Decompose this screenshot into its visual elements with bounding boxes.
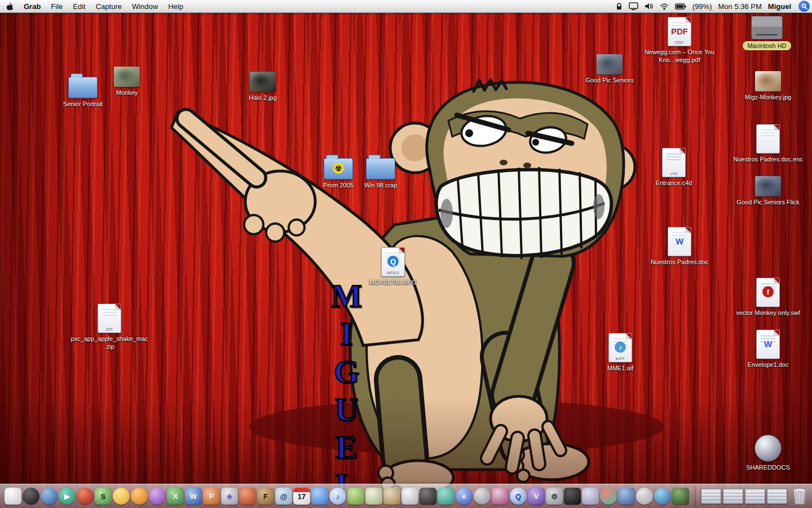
battery-icon[interactable] [675,3,686,10]
menu-item-file[interactable]: File [51,2,63,11]
dock-item-stuffit[interactable]: S [95,488,112,505]
file-badge: W [676,237,683,246]
menu-bar: Grab FileEditCaptureWindowHelp (99%) Mon… [0,0,812,13]
menu-item-capture[interactable]: Capture [96,2,122,11]
dock-item-quicktime[interactable]: Q [510,488,527,505]
dock-item-sherlock[interactable] [654,488,671,505]
network-icon [754,435,782,462]
icon-label: Entrance.c4d [656,179,692,187]
dock-item-flower-app[interactable] [149,488,166,505]
menu-clock[interactable]: Mon 5:36 PM [718,2,762,11]
desktop-icon-win-98-crap[interactable]: Win 98 crap [341,154,420,189]
fast-user-switch-menu[interactable]: Miguel [768,2,791,11]
minimized-window-1[interactable] [701,488,721,504]
dock-item-terminal[interactable] [564,488,581,505]
image-icon [250,72,276,92]
menu-list: FileEditCaptureWindowHelp [51,2,183,11]
desktop-icon-pxc-app-apple-shake-zip[interactable]: ZIPpxc_app_apple_shake_mac.zip [70,304,149,351]
dock-item-system-preferences[interactable]: ⚙ [546,488,563,505]
apple-icon [6,2,14,11]
dock-item-disk-utility[interactable] [474,488,491,505]
icon-label: Newegg.com – Once You Kno...wegg.pdf [641,48,718,64]
menu-item-window[interactable]: Window [132,2,158,11]
dock-item-iphoto[interactable] [365,488,382,505]
desktop-icon-newegg-pdf[interactable]: PDFPDFNewegg.com – Once You Kno...wegg.p… [640,17,719,64]
desktop-icon-vector-monkey-swf[interactable]: fvector Monkey only.swf [729,278,807,317]
icon-label: Halo 2.jpg [249,94,277,102]
dock-item-imovie-star[interactable]: ★ [221,488,238,505]
font-book-glyph: F [263,493,268,500]
wifi-icon[interactable] [660,3,669,10]
dock-item-appleworks[interactable] [5,488,21,505]
dock-item-ical[interactable]: 17 [293,488,310,505]
dock-minimized-windows [701,488,787,504]
dock-item-aim[interactable] [131,488,148,505]
dock-item-smiley-app[interactable] [113,488,130,505]
desktop-icon-envelope1-doc[interactable]: WEnvelope1.doc [729,330,807,369]
file-badge: f [762,286,774,297]
dock-item-quicktime-tv[interactable]: ▶ [59,488,76,505]
spotlight-icon[interactable] [798,1,810,12]
dock-item-internet-globe[interactable] [41,488,58,505]
folder-icon [366,158,395,179]
icon-label: SHAREDDOCS [746,463,790,471]
desktop-icon-mme1-aif[interactable]: ♪AIFFMME1.aif [581,333,660,372]
volume-icon[interactable] [645,2,654,10]
minimized-window-4[interactable] [767,488,787,504]
desktop-icon-mov01796-mpg[interactable]: QMPEGMOV01796.MPG [354,247,433,286]
icon-label: Migz-Monkey.jpg [745,93,791,101]
menu-item-edit[interactable]: Edit [73,2,85,11]
dock-item-word[interactable]: W [185,488,202,505]
dock-item-address-book[interactable] [383,488,400,505]
image-icon [755,71,781,91]
dock-item-preview[interactable] [582,488,599,505]
dock-item-chart-app[interactable] [618,488,635,505]
dock-item-powerpoint[interactable]: P [203,488,220,505]
file-badge: ♪ [615,341,626,353]
dock-app-icons: ▶SXWP★F@17♪eQV⚙ [5,488,689,505]
dock-item-font-book[interactable]: F [257,488,274,505]
dock-separator [695,487,696,506]
dock-item-gear-app[interactable] [636,488,653,505]
dock-item-excel[interactable]: X [167,488,184,505]
minimized-window-2[interactable] [723,488,743,504]
dock-item-realplayer[interactable] [77,488,94,505]
active-app-name[interactable]: Grab [24,2,41,11]
desktop-icon-entrance-c4d[interactable]: c4dEntrance.c4d [634,148,713,187]
dock-item-internet-explorer[interactable]: e [456,488,473,505]
desktop-icon-shareddocs[interactable]: SHAREDDOCS [729,435,807,471]
dock-item-dreamweaver[interactable] [438,488,454,505]
desktop-icon-nuestros-padres-doc[interactable]: WNuestros Padres.doc [640,227,719,266]
minimized-window-3[interactable] [745,488,765,504]
desktop-icon-halo-2[interactable]: Halo 2.jpg [223,72,302,102]
dock-item-final-cut[interactable] [420,488,436,505]
desktop-icon-good-pic-seniors-flick[interactable]: Good Pic Seniors Flick [729,176,807,206]
icon-label: Senior Portrait [63,100,103,108]
dock-item-imovie[interactable] [401,488,418,505]
dock-item-mail[interactable]: @ [275,488,292,505]
mail-glyph: @ [280,493,288,500]
dock-item-dvd-player[interactable] [23,488,39,505]
display-icon[interactable] [629,2,638,10]
desktop-icon-migz-monkey[interactable]: Migz-Monkey.jpg [729,71,807,101]
file-type-tag: MPEG [382,271,404,275]
desktop-icon-macintosh-hd[interactable]: Macintosh HD [727,16,806,50]
dock-item-toast[interactable] [239,488,256,505]
dock-right-section [692,487,807,506]
desktop-icon-good-pic-seniors[interactable]: Good Pic Seniors [570,54,649,84]
dock-item-media-app[interactable] [672,488,689,505]
trash-icon[interactable] [792,487,807,505]
desktop-icon-nuestros-padres-enc[interactable]: Nuestros Padres.doc.enc [729,124,807,163]
menu-item-help[interactable]: Help [168,2,183,11]
dock-item-limewire[interactable] [347,488,364,505]
dock-item-art-app[interactable] [492,488,509,505]
dock-item-color-wheel[interactable] [600,488,617,505]
desktop: MIGUEL Senior PortraitMonkeyHalo 2.jpg☢P… [0,0,812,508]
apple-menu[interactable] [6,2,14,11]
dock-item-ichat[interactable] [311,488,328,505]
dock-item-installer[interactable]: V [528,488,545,505]
dock-item-itunes[interactable]: ♪ [329,488,346,505]
quicktime-glyph: Q [515,493,521,500]
desktop-icon-monkey[interactable]: Monkey [87,67,166,97]
lock-icon[interactable] [616,2,623,11]
